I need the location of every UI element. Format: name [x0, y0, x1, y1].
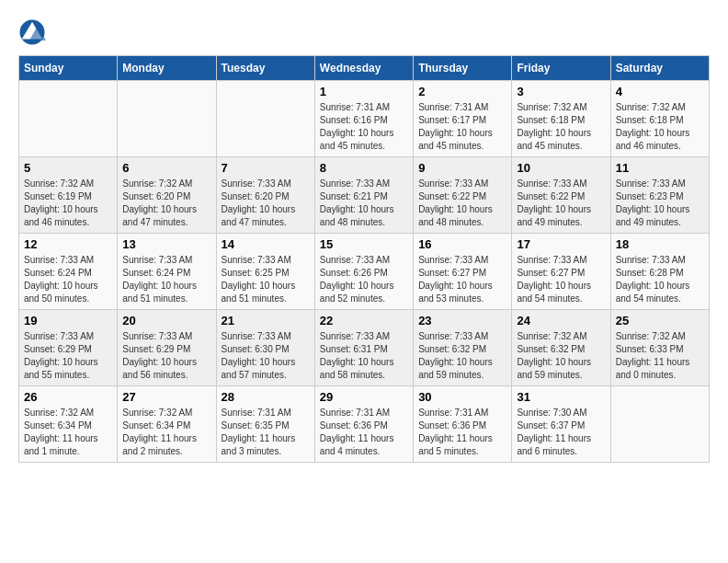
day-number: 2 — [418, 85, 506, 98]
day-info: Sunrise: 7:32 AM Sunset: 6:20 PM Dayligh… — [122, 178, 210, 229]
day-info: Sunrise: 7:33 AM Sunset: 6:24 PM Dayligh… — [24, 254, 112, 305]
day-number: 7 — [222, 161, 310, 175]
calendar-day-cell: 23Sunrise: 7:33 AM Sunset: 6:32 PM Dayli… — [414, 310, 512, 386]
calendar-day-cell: 1Sunrise: 7:31 AM Sunset: 6:16 PM Daylig… — [314, 81, 413, 157]
calendar-day-cell: 15Sunrise: 7:33 AM Sunset: 6:26 PM Dayli… — [314, 234, 413, 310]
day-info: Sunrise: 7:33 AM Sunset: 6:27 PM Dayligh… — [517, 254, 605, 305]
day-info: Sunrise: 7:33 AM Sunset: 6:23 PM Dayligh… — [616, 178, 704, 229]
day-number: 24 — [517, 314, 605, 327]
calendar-day-cell: 31Sunrise: 7:30 AM Sunset: 6:37 PM Dayli… — [512, 386, 610, 463]
day-info: Sunrise: 7:33 AM Sunset: 6:27 PM Dayligh… — [418, 254, 506, 305]
day-header-monday: Monday — [118, 56, 216, 81]
day-number: 3 — [517, 85, 605, 98]
calendar-day-cell: 29Sunrise: 7:31 AM Sunset: 6:36 PM Dayli… — [314, 386, 413, 463]
calendar-week-row: 12Sunrise: 7:33 AM Sunset: 6:24 PM Dayli… — [19, 234, 710, 310]
calendar-week-row: 19Sunrise: 7:33 AM Sunset: 6:29 PM Dayli… — [19, 310, 710, 386]
calendar-day-cell: 28Sunrise: 7:31 AM Sunset: 6:35 PM Dayli… — [216, 386, 314, 463]
day-info: Sunrise: 7:32 AM Sunset: 6:32 PM Dayligh… — [517, 330, 605, 382]
day-number: 5 — [24, 161, 112, 175]
calendar-day-cell: 21Sunrise: 7:33 AM Sunset: 6:30 PM Dayli… — [216, 310, 314, 386]
day-number: 17 — [517, 237, 605, 251]
calendar-day-cell: 10Sunrise: 7:33 AM Sunset: 6:22 PM Dayli… — [512, 157, 610, 234]
day-number: 21 — [222, 314, 310, 327]
day-info: Sunrise: 7:32 AM Sunset: 6:19 PM Dayligh… — [24, 178, 112, 229]
day-info: Sunrise: 7:33 AM Sunset: 6:31 PM Dayligh… — [320, 330, 408, 382]
calendar-day-cell: 12Sunrise: 7:33 AM Sunset: 6:24 PM Dayli… — [19, 234, 118, 310]
day-info: Sunrise: 7:33 AM Sunset: 6:22 PM Dayligh… — [517, 178, 605, 229]
day-info: Sunrise: 7:33 AM Sunset: 6:24 PM Dayligh… — [122, 254, 210, 305]
day-number: 19 — [24, 314, 112, 327]
day-number: 28 — [222, 390, 310, 404]
day-info: Sunrise: 7:31 AM Sunset: 6:16 PM Dayligh… — [320, 101, 408, 153]
day-number: 11 — [616, 161, 704, 175]
day-info: Sunrise: 7:32 AM Sunset: 6:18 PM Dayligh… — [517, 101, 605, 153]
day-info: Sunrise: 7:33 AM Sunset: 6:21 PM Dayligh… — [320, 178, 408, 229]
calendar-day-cell — [216, 81, 314, 157]
calendar-day-cell: 3Sunrise: 7:32 AM Sunset: 6:18 PM Daylig… — [512, 81, 610, 157]
calendar-day-cell: 20Sunrise: 7:33 AM Sunset: 6:29 PM Dayli… — [118, 310, 216, 386]
day-info: Sunrise: 7:32 AM Sunset: 6:34 PM Dayligh… — [24, 407, 112, 458]
day-header-wednesday: Wednesday — [314, 56, 413, 81]
day-number: 27 — [122, 390, 210, 404]
day-number: 6 — [122, 161, 210, 175]
calendar-day-cell: 4Sunrise: 7:32 AM Sunset: 6:18 PM Daylig… — [610, 81, 709, 157]
calendar-week-row: 1Sunrise: 7:31 AM Sunset: 6:16 PM Daylig… — [19, 81, 710, 157]
day-header-sunday: Sunday — [19, 56, 118, 81]
page-header — [18, 18, 710, 46]
day-info: Sunrise: 7:33 AM Sunset: 6:26 PM Dayligh… — [320, 254, 408, 305]
calendar-day-cell: 7Sunrise: 7:33 AM Sunset: 6:20 PM Daylig… — [216, 157, 314, 234]
day-number: 13 — [122, 237, 210, 251]
calendar-day-cell: 27Sunrise: 7:32 AM Sunset: 6:34 PM Dayli… — [118, 386, 216, 463]
calendar-day-cell: 19Sunrise: 7:33 AM Sunset: 6:29 PM Dayli… — [19, 310, 118, 386]
day-info: Sunrise: 7:33 AM Sunset: 6:20 PM Dayligh… — [222, 178, 310, 229]
day-number: 4 — [616, 85, 704, 98]
calendar-day-cell: 22Sunrise: 7:33 AM Sunset: 6:31 PM Dayli… — [314, 310, 413, 386]
calendar-day-cell: 25Sunrise: 7:32 AM Sunset: 6:33 PM Dayli… — [610, 310, 709, 386]
calendar-day-cell: 5Sunrise: 7:32 AM Sunset: 6:19 PM Daylig… — [19, 157, 118, 234]
day-info: Sunrise: 7:32 AM Sunset: 6:18 PM Dayligh… — [616, 101, 704, 153]
day-number: 14 — [222, 237, 310, 251]
day-info: Sunrise: 7:31 AM Sunset: 6:17 PM Dayligh… — [418, 101, 506, 153]
calendar-table: SundayMondayTuesdayWednesdayThursdayFrid… — [18, 55, 710, 463]
calendar-day-cell: 9Sunrise: 7:33 AM Sunset: 6:22 PM Daylig… — [414, 157, 512, 234]
day-number: 1 — [320, 85, 408, 98]
calendar-day-cell — [19, 81, 118, 157]
calendar-day-cell: 26Sunrise: 7:32 AM Sunset: 6:34 PM Dayli… — [19, 386, 118, 463]
day-number: 23 — [418, 314, 506, 327]
day-info: Sunrise: 7:31 AM Sunset: 6:36 PM Dayligh… — [418, 407, 506, 458]
day-info: Sunrise: 7:31 AM Sunset: 6:36 PM Dayligh… — [320, 407, 408, 458]
day-number: 8 — [320, 161, 408, 175]
calendar-day-cell: 11Sunrise: 7:33 AM Sunset: 6:23 PM Dayli… — [610, 157, 709, 234]
day-info: Sunrise: 7:30 AM Sunset: 6:37 PM Dayligh… — [517, 407, 605, 458]
day-number: 18 — [616, 237, 704, 251]
day-header-friday: Friday — [512, 56, 610, 81]
calendar-day-cell — [118, 81, 216, 157]
day-number: 25 — [616, 314, 704, 327]
day-info: Sunrise: 7:33 AM Sunset: 6:29 PM Dayligh… — [24, 330, 112, 382]
day-header-tuesday: Tuesday — [216, 56, 314, 81]
day-number: 15 — [320, 237, 408, 251]
calendar-day-cell: 18Sunrise: 7:33 AM Sunset: 6:28 PM Dayli… — [610, 234, 709, 310]
calendar-day-cell: 24Sunrise: 7:32 AM Sunset: 6:32 PM Dayli… — [512, 310, 610, 386]
calendar-day-cell: 16Sunrise: 7:33 AM Sunset: 6:27 PM Dayli… — [414, 234, 512, 310]
day-info: Sunrise: 7:33 AM Sunset: 6:30 PM Dayligh… — [222, 330, 310, 382]
calendar-day-cell: 8Sunrise: 7:33 AM Sunset: 6:21 PM Daylig… — [314, 157, 413, 234]
calendar-week-row: 5Sunrise: 7:32 AM Sunset: 6:19 PM Daylig… — [19, 157, 710, 234]
day-header-thursday: Thursday — [414, 56, 512, 81]
day-info: Sunrise: 7:33 AM Sunset: 6:25 PM Dayligh… — [222, 254, 310, 305]
day-info: Sunrise: 7:33 AM Sunset: 6:29 PM Dayligh… — [122, 330, 210, 382]
day-info: Sunrise: 7:33 AM Sunset: 6:28 PM Dayligh… — [616, 254, 704, 305]
day-number: 9 — [418, 161, 506, 175]
day-info: Sunrise: 7:33 AM Sunset: 6:22 PM Dayligh… — [418, 178, 506, 229]
day-number: 10 — [517, 161, 605, 175]
day-info: Sunrise: 7:31 AM Sunset: 6:35 PM Dayligh… — [222, 407, 310, 458]
calendar-day-cell: 30Sunrise: 7:31 AM Sunset: 6:36 PM Dayli… — [414, 386, 512, 463]
day-info: Sunrise: 7:32 AM Sunset: 6:34 PM Dayligh… — [122, 407, 210, 458]
logo — [18, 18, 50, 46]
day-number: 22 — [320, 314, 408, 327]
calendar-day-cell: 17Sunrise: 7:33 AM Sunset: 6:27 PM Dayli… — [512, 234, 610, 310]
calendar-day-cell: 13Sunrise: 7:33 AM Sunset: 6:24 PM Dayli… — [118, 234, 216, 310]
day-number: 12 — [24, 237, 112, 251]
calendar-day-cell — [610, 386, 709, 463]
calendar-day-cell: 2Sunrise: 7:31 AM Sunset: 6:17 PM Daylig… — [414, 81, 512, 157]
